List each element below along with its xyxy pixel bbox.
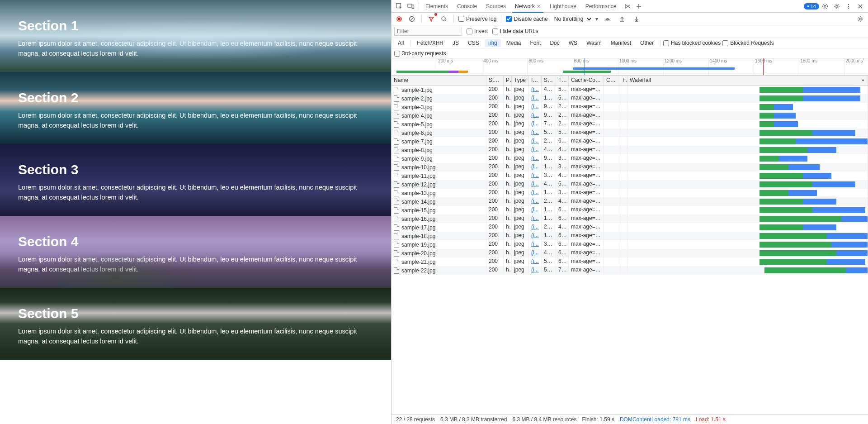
table-row[interactable]: sample-20.jpg200h..jpeg(i...45...69...ma… — [392, 249, 868, 257]
initiator-link[interactable]: (i... — [531, 86, 539, 92]
initiator-link[interactable]: (i... — [531, 215, 539, 221]
initiator-link[interactable]: (i... — [531, 163, 539, 170]
col-cache-control[interactable]: Cache-Control — [569, 76, 604, 85]
tab-elements[interactable]: Elements — [421, 0, 453, 12]
more-tabs-icon[interactable] — [621, 0, 633, 12]
type-font[interactable]: Font — [526, 39, 544, 47]
initiator-link[interactable]: (i... — [531, 181, 539, 187]
type-media[interactable]: Media — [503, 39, 525, 47]
network-overview-timeline[interactable]: 200 ms400 ms600 ms800 ms1000 ms1200 ms14… — [392, 58, 868, 76]
table-row[interactable]: sample-10.jpg200h..jpeg(i...14...35...ma… — [392, 163, 868, 172]
initiator-link[interactable]: (i... — [531, 129, 539, 135]
col-f[interactable]: F. — [620, 76, 627, 85]
type-ws[interactable]: WS — [565, 39, 581, 47]
initiator-link[interactable]: (i... — [531, 198, 539, 204]
col-status[interactable]: Status — [486, 76, 504, 85]
gear-icon[interactable] — [831, 0, 843, 12]
initiator-link[interactable]: (i... — [531, 189, 539, 195]
close-icon[interactable]: ✕ — [537, 4, 541, 9]
table-row[interactable]: sample-5.jpg200h..jpeg(i...76...26...max… — [392, 120, 868, 129]
webpage-pane[interactable]: Section 1 Lorem ipsum dolor sit amet, co… — [0, 0, 391, 424]
initiator-link[interactable]: (i... — [531, 232, 539, 238]
table-row[interactable]: sample-1.jpg200h..jpeg(i...40...54...max… — [392, 86, 868, 94]
throttling-select[interactable]: No throttling — [551, 14, 593, 24]
col-time[interactable]: Ti... — [556, 76, 569, 85]
filter-input[interactable] — [394, 27, 462, 36]
table-row[interactable]: sample-22.jpg200h..jpeg(i...58...73...ma… — [392, 266, 868, 275]
type-wasm[interactable]: Wasm — [583, 39, 605, 47]
initiator-link[interactable]: (i... — [531, 138, 539, 144]
preserve-log-checkbox[interactable]: Preserve log — [458, 16, 496, 22]
kebab-menu-icon[interactable] — [843, 0, 854, 12]
export-har-icon[interactable] — [632, 14, 642, 24]
type-all[interactable]: All — [394, 39, 407, 47]
issues-badge[interactable]: 14 — [804, 3, 819, 10]
initiator-link[interactable]: (i... — [531, 172, 539, 178]
type-doc[interactable]: Doc — [546, 39, 563, 47]
table-row[interactable]: sample-16.jpg200h..jpeg(i...13...61...ma… — [392, 214, 868, 223]
table-row[interactable]: sample-14.jpg200h..jpeg(i...25...44...ma… — [392, 197, 868, 206]
table-row[interactable]: sample-12.jpg200h..jpeg(i...47...54...ma… — [392, 180, 868, 189]
type-js[interactable]: JS — [449, 39, 462, 47]
tab-sources[interactable]: Sources — [481, 0, 510, 12]
initiator-link[interactable]: (i... — [531, 258, 539, 264]
table-row[interactable]: sample-2.jpg200h..jpeg(i...18...54...max… — [392, 94, 868, 103]
settings-alt-icon[interactable] — [819, 0, 831, 12]
table-row[interactable]: sample-19.jpg200h..jpeg(i...38...67...ma… — [392, 240, 868, 249]
network-table-body[interactable]: sample-1.jpg200h..jpeg(i...40...54...max… — [392, 86, 868, 414]
record-icon[interactable] — [394, 14, 404, 24]
col-initiator[interactable]: Ini... — [529, 76, 542, 85]
tab-console[interactable]: Console — [453, 0, 481, 12]
col-size[interactable]: Size — [542, 76, 556, 85]
initiator-link[interactable]: (i... — [531, 249, 539, 256]
type-css[interactable]: CSS — [464, 39, 483, 47]
disable-cache-checkbox[interactable]: Disable cache — [506, 16, 547, 22]
table-row[interactable]: sample-8.jpg200h..jpeg(i...41...44...max… — [392, 146, 868, 154]
table-row[interactable]: sample-11.jpg200h..jpeg(i...35...43...ma… — [392, 172, 868, 180]
blocked-requests-checkbox[interactable]: Blocked Requests — [722, 40, 774, 46]
initiator-link[interactable]: (i... — [531, 103, 539, 110]
table-row[interactable]: sample-21.jpg200h..jpeg(i...51...60...ma… — [392, 257, 868, 266]
add-tab-icon[interactable] — [633, 0, 645, 12]
clear-icon[interactable] — [407, 14, 417, 24]
initiator-link[interactable]: (i... — [531, 112, 539, 118]
filter-icon[interactable] — [426, 14, 436, 24]
initiator-link[interactable]: (i... — [531, 120, 539, 127]
col-content-type[interactable]: Cont... — [604, 76, 620, 85]
third-party-checkbox[interactable]: 3rd-party requests — [394, 50, 446, 57]
table-row[interactable]: sample-9.jpg200h..jpeg(i...92...30...max… — [392, 154, 868, 163]
import-har-icon[interactable] — [617, 14, 627, 24]
col-protocol[interactable]: P — [504, 76, 512, 85]
initiator-link[interactable]: (i... — [531, 206, 539, 213]
tab-performance[interactable]: Performance — [581, 0, 621, 12]
gear-icon[interactable] — [855, 14, 865, 24]
col-type[interactable]: Type — [512, 76, 529, 85]
initiator-link[interactable]: (i... — [531, 241, 539, 247]
initiator-link[interactable]: (i... — [531, 95, 539, 101]
initiator-link[interactable]: (i... — [531, 146, 539, 152]
type-other[interactable]: Other — [637, 39, 657, 47]
initiator-link[interactable]: (i... — [531, 155, 539, 161]
table-row[interactable]: sample-3.jpg200h..jpeg(i...90...26...max… — [392, 103, 868, 111]
close-devtools-icon[interactable] — [854, 0, 866, 12]
table-row[interactable]: sample-13.jpg200h..jpeg(i...12...35...ma… — [392, 189, 868, 197]
invert-checkbox[interactable]: Invert — [467, 28, 488, 34]
col-waterfall[interactable]: Waterfall — [627, 76, 868, 85]
type-fetchxhr[interactable]: Fetch/XHR — [413, 39, 447, 47]
table-row[interactable]: sample-6.jpg200h..jpeg(i...59...56...max… — [392, 129, 868, 137]
tab-network[interactable]: Network✕ — [510, 0, 545, 12]
table-row[interactable]: sample-4.jpg200h..jpeg(i...97...25...max… — [392, 111, 868, 120]
network-conditions-icon[interactable] — [603, 14, 613, 24]
table-row[interactable]: sample-15.jpg200h..jpeg(i...17...60...ma… — [392, 206, 868, 214]
tab-lighthouse[interactable]: Lighthouse — [545, 0, 581, 12]
table-row[interactable]: sample-17.jpg200h..jpeg(i...26...45...ma… — [392, 223, 868, 232]
type-manifest[interactable]: Manifest — [607, 39, 635, 47]
device-toolbar-icon[interactable] — [405, 0, 417, 12]
table-row[interactable]: sample-7.jpg200h..jpeg(i...20...62...max… — [392, 137, 868, 146]
initiator-link[interactable]: (i... — [531, 267, 539, 273]
initiator-link[interactable]: (i... — [531, 224, 539, 230]
hide-data-urls-checkbox[interactable]: Hide data URLs — [492, 28, 538, 34]
col-name[interactable]: Name — [392, 76, 486, 85]
type-img[interactable]: Img — [485, 39, 501, 47]
inspect-element-icon[interactable] — [393, 0, 405, 12]
